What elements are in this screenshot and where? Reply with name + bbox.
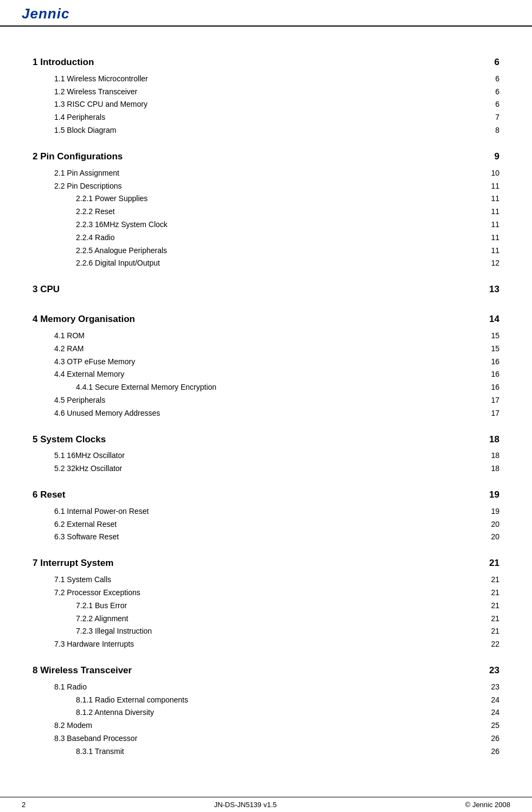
toc-section-page: 18 — [483, 432, 499, 448]
toc-row: 1.1 Wireless Microcontroller6 — [33, 73, 499, 86]
toc-item-page: 25 — [483, 719, 499, 732]
toc-item-page: 20 — [483, 518, 499, 531]
toc-item-label: 1.2 Wireless Transceiver — [33, 86, 483, 99]
footer-doc: JN-DS-JN5139 v1.5 — [214, 801, 277, 809]
toc-row: 2.2 Pin Descriptions11 — [33, 180, 499, 193]
toc-subitem-label: 8.1.2 Antenna Diversity — [33, 706, 483, 719]
toc-section-label: 6 Reset — [33, 487, 483, 503]
toc-item-label: 4.6 Unused Memory Addresses — [33, 407, 483, 420]
toc-item-page: 7 — [483, 111, 499, 124]
toc-subitem-page: 24 — [483, 694, 499, 707]
toc-item-page: 21 — [483, 587, 499, 600]
toc-row: 6.1 Internal Power-on Reset19 — [33, 505, 499, 518]
toc-item-label: 4.2 RAM — [33, 343, 483, 356]
toc-section-page: 6 — [483, 55, 499, 70]
company-logo: Jennic — [22, 5, 69, 22]
toc-section-label: 7 Interrupt System — [33, 556, 483, 571]
toc-subitem-page: 21 — [483, 600, 499, 613]
toc-subitem-page: 16 — [483, 381, 499, 394]
toc-row: 4.4 External Memory16 — [33, 368, 499, 381]
toc-item-label: 6.1 Internal Power-on Reset — [33, 505, 483, 518]
toc-row: 1 Introduction6 — [33, 43, 499, 73]
toc-row: 7.2.3 Illegal Instruction21 — [33, 625, 499, 638]
toc-row: 7.2.1 Bus Error21 — [33, 600, 499, 613]
toc-row: 5.2 32kHz Oscillator18 — [33, 462, 499, 475]
toc-row: 6.2 External Reset20 — [33, 518, 499, 531]
toc-section-label: 2 Pin Configurations — [33, 149, 483, 165]
toc-section-page: 9 — [483, 149, 499, 165]
toc-subitem-page: 11 — [483, 205, 499, 218]
toc-subitem-page: 24 — [483, 706, 499, 719]
toc-row: 4.4.1 Secure External Memory Encryption1… — [33, 381, 499, 394]
toc-section-label: 3 CPU — [33, 282, 483, 298]
toc-subitem-page: 12 — [483, 257, 499, 270]
toc-section-label: 1 Introduction — [33, 55, 483, 70]
toc-row: 1.4 Peripherals7 — [33, 111, 499, 124]
footer-copyright: © Jennic 2008 — [465, 801, 510, 809]
toc-row: 8.3 Baseband Processor26 — [33, 732, 499, 745]
toc-row: 7.3 Hardware Interrupts22 — [33, 638, 499, 651]
toc-section-page: 21 — [483, 556, 499, 571]
toc-item-page: 20 — [483, 531, 499, 544]
toc-subitem-label: 2.2.4 Radio — [33, 231, 483, 244]
toc-item-label: 5.2 32kHz Oscillator — [33, 462, 483, 475]
toc-subitem-label: 7.2.3 Illegal Instruction — [33, 625, 483, 638]
toc-row: 2.2.2 Reset11 — [33, 205, 499, 218]
toc-row: 2.2.4 Radio11 — [33, 231, 499, 244]
toc-row: 4.5 Peripherals17 — [33, 394, 499, 407]
toc-section-label: 8 Wireless Transceiver — [33, 663, 483, 679]
toc-subitem-label: 2.2.2 Reset — [33, 205, 483, 218]
toc-subitem-label: 2.2.6 Digital Input/Output — [33, 257, 483, 270]
toc-row: 7.2 Processor Exceptions21 — [33, 587, 499, 600]
toc-item-page: 15 — [483, 330, 499, 343]
toc-item-label: 7.1 System Calls — [33, 573, 483, 587]
toc-row: 2 Pin Configurations9 — [33, 137, 499, 167]
toc-item-page: 11 — [483, 180, 499, 193]
toc-content: 1 Introduction61.1 Wireless Microcontrol… — [0, 27, 532, 791]
toc-section-label: 5 System Clocks — [33, 432, 483, 448]
toc-row: 1.3 RISC CPU and Memory6 — [33, 98, 499, 111]
toc-item-label: 8.3 Baseband Processor — [33, 732, 483, 745]
toc-row: 8 Wireless Transceiver23 — [33, 651, 499, 681]
toc-item-label: 5.1 16MHz Oscillator — [33, 449, 483, 462]
toc-item-page: 17 — [483, 407, 499, 420]
toc-item-page: 6 — [483, 86, 499, 99]
toc-row: 3 CPU13 — [33, 270, 499, 300]
toc-subitem-label: 7.2.1 Bus Error — [33, 600, 483, 613]
toc-row: 2.2.1 Power Supplies11 — [33, 192, 499, 205]
toc-item-label: 2.2 Pin Descriptions — [33, 180, 483, 193]
toc-row: 7 Interrupt System21 — [33, 544, 499, 573]
footer-page: 2 — [22, 801, 25, 809]
toc-subitem-label: 8.3.1 Transmit — [33, 745, 483, 758]
toc-row: 8.1 Radio23 — [33, 681, 499, 694]
toc-item-page: 16 — [483, 356, 499, 369]
toc-row: 2.1 Pin Assignment10 — [33, 167, 499, 180]
page-header: Jennic — [0, 0, 532, 27]
toc-item-page: 8 — [483, 124, 499, 137]
toc-row: 8.3.1 Transmit26 — [33, 745, 499, 758]
toc-subitem-label: 7.2.2 Alignment — [33, 613, 483, 626]
toc-item-label: 2.1 Pin Assignment — [33, 167, 483, 180]
toc-item-label: 4.3 OTP eFuse Memory — [33, 356, 483, 369]
toc-item-page: 6 — [483, 73, 499, 86]
toc-row: 2.2.3 16MHz System Clock11 — [33, 218, 499, 231]
toc-item-page: 26 — [483, 732, 499, 745]
toc-item-page: 19 — [483, 505, 499, 518]
toc-row: 8.1.1 Radio External components24 — [33, 694, 499, 707]
toc-subitem-page: 11 — [483, 192, 499, 205]
toc-row: 7.1 System Calls21 — [33, 573, 499, 587]
toc-subitem-label: 2.2.1 Power Supplies — [33, 192, 483, 205]
toc-row: 4.2 RAM15 — [33, 343, 499, 356]
toc-row: 1.2 Wireless Transceiver6 — [33, 86, 499, 99]
toc-item-label: 4.1 ROM — [33, 330, 483, 343]
toc-item-label: 4.4 External Memory — [33, 368, 483, 381]
toc-item-label: 7.2 Processor Exceptions — [33, 587, 483, 600]
toc-item-label: 6.2 External Reset — [33, 518, 483, 531]
toc-row: 4.6 Unused Memory Addresses17 — [33, 407, 499, 420]
toc-section-label: 4 Memory Organisation — [33, 312, 483, 327]
toc-item-label: 7.3 Hardware Interrupts — [33, 638, 483, 651]
toc-item-page: 10 — [483, 167, 499, 180]
toc-subitem-page: 11 — [483, 218, 499, 231]
toc-item-label: 8.1 Radio — [33, 681, 483, 694]
toc-item-label: 6.3 Software Reset — [33, 531, 483, 544]
